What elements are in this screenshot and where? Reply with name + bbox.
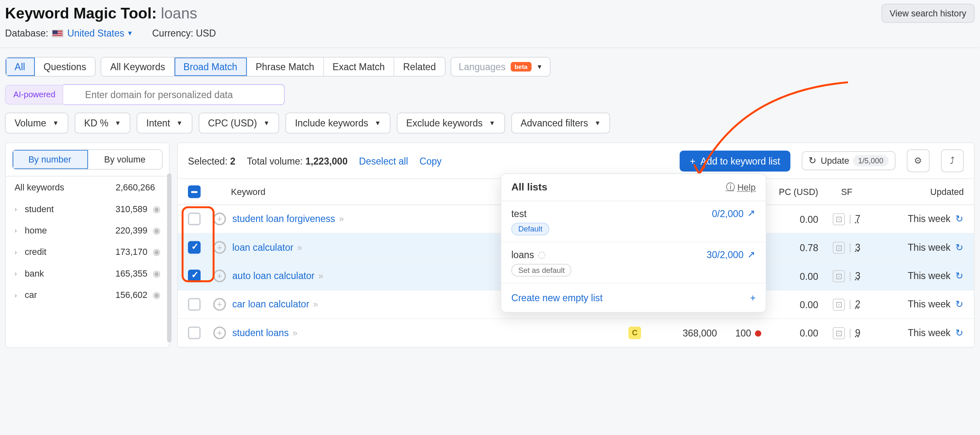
update-button[interactable]: ↻ Update 1/5,000 xyxy=(801,151,895,170)
add-to-keyword-list-button[interactable]: + Add to keyword list xyxy=(680,150,790,171)
sidebar-item-bank[interactable]: › bank 165,355 ◉ xyxy=(6,263,169,284)
settings-button[interactable]: ⚙ xyxy=(907,149,930,172)
sidebar-item-credit[interactable]: › credit 173,170 ◉ xyxy=(6,241,169,263)
filter-include-keywords[interactable]: Include keywords▼ xyxy=(286,112,391,133)
refresh-icon[interactable]: ↻ xyxy=(955,242,964,252)
sidebar-item-home[interactable]: › home 220,399 ◉ xyxy=(6,220,169,241)
eye-icon[interactable]: ◉ xyxy=(153,247,160,257)
eye-icon[interactable]: ◉ xyxy=(153,225,160,236)
external-link-icon[interactable]: ↗ xyxy=(747,249,756,260)
view-history-button[interactable]: View search history xyxy=(882,4,975,23)
refresh-icon[interactable]: ↻ xyxy=(955,270,964,281)
export-button[interactable]: ⤴ xyxy=(941,149,964,172)
chevron-down-icon: ▼ xyxy=(489,119,495,126)
column-updated[interactable]: Updated xyxy=(875,187,964,197)
row-checkbox[interactable] xyxy=(188,241,201,254)
select-all-checkbox[interactable] xyxy=(188,185,201,198)
serp-icon[interactable]: ⊡ xyxy=(833,213,845,225)
info-icon: ⓘ xyxy=(726,182,735,193)
serp-icon[interactable]: ⊡ xyxy=(833,327,845,339)
tab-all[interactable]: All xyxy=(6,57,34,76)
tab-exact-match[interactable]: Exact Match xyxy=(324,57,394,76)
add-icon[interactable]: + xyxy=(213,298,226,311)
create-new-list-link[interactable]: Create new empty list + xyxy=(501,284,766,312)
sidebar-all-keywords[interactable]: All keywords 2,660,266 xyxy=(6,176,169,198)
expand-icon[interactable]: » xyxy=(318,271,323,281)
cell-cpc: 0.00 xyxy=(761,299,818,310)
refresh-icon[interactable]: ↻ xyxy=(955,213,964,224)
refresh-icon[interactable]: ↻ xyxy=(955,299,964,309)
keyword-link[interactable]: student loans xyxy=(232,327,289,338)
expand-icon[interactable]: » xyxy=(339,214,344,224)
expand-icon[interactable]: » xyxy=(293,328,298,338)
serp-icon[interactable]: ⊡ xyxy=(833,241,845,253)
column-sf[interactable]: SF xyxy=(818,187,875,197)
set-default-tag[interactable]: Set as default xyxy=(511,264,572,277)
chevron-right-icon: › xyxy=(14,205,25,213)
filter-advanced[interactable]: Advanced filters▼ xyxy=(511,112,610,133)
list-item-test[interactable]: test 0/2,000↗ Default xyxy=(501,201,766,242)
expand-icon[interactable]: » xyxy=(313,299,318,309)
serp-icon[interactable]: ⊡ xyxy=(833,298,845,310)
add-icon[interactable]: + xyxy=(213,213,226,225)
filter-volume[interactable]: Volume▼ xyxy=(5,112,68,133)
scrollbar[interactable] xyxy=(167,174,172,343)
list-item-loans[interactable]: loans◌ 30/2,000↗ Set as default xyxy=(501,243,766,284)
domain-input[interactable] xyxy=(64,84,285,105)
keyword-link[interactable]: loan calculator xyxy=(232,242,293,252)
tab-by-volume[interactable]: By volume xyxy=(88,150,162,169)
upload-icon: ⤴ xyxy=(950,156,955,166)
deselect-all-link[interactable]: Deselect all xyxy=(359,156,408,166)
row-checkbox[interactable] xyxy=(188,298,201,311)
chevron-down-icon: ▼ xyxy=(263,119,270,126)
expand-icon[interactable]: » xyxy=(297,243,302,253)
difficulty-dot-icon xyxy=(755,330,761,336)
tab-all-keywords[interactable]: All Keywords xyxy=(101,57,174,76)
page-title: Keyword Magic Tool: loans xyxy=(5,5,197,22)
selected-count: Selected: 2 xyxy=(188,156,236,166)
keyword-link[interactable]: student loan forgiveness xyxy=(232,213,335,224)
tab-phrase-match[interactable]: Phrase Match xyxy=(247,57,323,76)
help-link[interactable]: ⓘHelp xyxy=(726,182,756,193)
cell-cpc: 0.00 xyxy=(761,213,818,224)
filter-cpc[interactable]: CPC (USD)▼ xyxy=(199,112,279,133)
row-checkbox[interactable] xyxy=(188,270,201,282)
add-icon[interactable]: + xyxy=(213,270,226,282)
filter-kd[interactable]: KD %▼ xyxy=(75,112,131,133)
database-selector[interactable]: United States ▼ xyxy=(67,28,133,39)
cell-sf: ⊡|3 xyxy=(818,270,875,282)
gear-icon: ⚙ xyxy=(914,156,922,166)
keyword-list-popup: All lists ⓘHelp test 0/2,000↗ Default lo… xyxy=(501,174,767,313)
add-icon[interactable]: + xyxy=(213,327,226,339)
filter-intent[interactable]: Intent▼ xyxy=(137,112,192,133)
serp-icon[interactable]: ⊡ xyxy=(833,270,845,282)
eye-icon[interactable]: ◉ xyxy=(153,204,160,214)
external-link-icon[interactable]: ↗ xyxy=(747,208,756,219)
keyword-link[interactable]: car loan calculator xyxy=(232,299,309,309)
cell-cpc: 0.78 xyxy=(761,242,818,253)
copy-link[interactable]: Copy xyxy=(419,156,442,166)
popup-title: All lists xyxy=(511,182,547,193)
refresh-icon[interactable]: ↻ xyxy=(955,327,964,338)
row-checkbox[interactable] xyxy=(188,213,201,225)
tab-broad-match[interactable]: Broad Match xyxy=(174,57,247,76)
beta-badge: beta xyxy=(511,62,531,71)
add-icon[interactable]: + xyxy=(213,241,226,254)
flag-us-icon xyxy=(52,30,64,37)
keyword-link[interactable]: auto loan calculator xyxy=(232,270,315,281)
tab-by-number[interactable]: By number xyxy=(13,150,88,169)
tab-related[interactable]: Related xyxy=(394,57,445,76)
cell-updated: This week↻ xyxy=(875,299,964,310)
database-label: Database: xyxy=(5,28,48,39)
chevron-down-icon: ▼ xyxy=(53,119,59,126)
eye-icon[interactable]: ◉ xyxy=(153,290,160,300)
column-cpc[interactable]: PC (USD) xyxy=(761,187,818,197)
languages-dropdown[interactable]: Languages beta ▼ xyxy=(451,57,551,77)
row-checkbox[interactable] xyxy=(188,327,201,339)
filter-exclude-keywords[interactable]: Exclude keywords▼ xyxy=(397,112,505,133)
sidebar-item-car[interactable]: › car 156,602 ◉ xyxy=(6,284,169,305)
total-volume: Total volume: 1,223,000 xyxy=(247,156,348,166)
eye-icon[interactable]: ◉ xyxy=(153,268,160,279)
tab-questions[interactable]: Questions xyxy=(34,57,95,76)
sidebar-item-student[interactable]: › student 310,589 ◉ xyxy=(6,198,169,220)
